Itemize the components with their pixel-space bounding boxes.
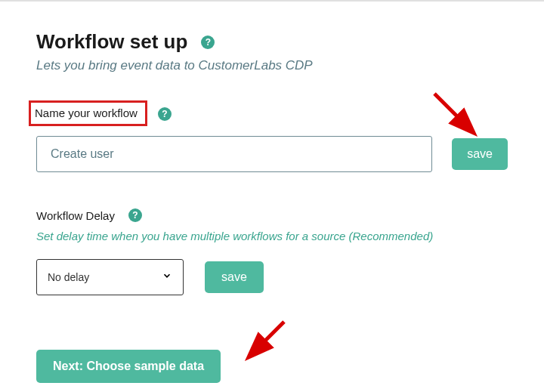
save-delay-button[interactable]: save bbox=[205, 261, 264, 293]
delay-select-value: No delay bbox=[48, 271, 89, 283]
help-icon[interactable]: ? bbox=[128, 208, 142, 222]
delay-hint: Set delay time when you have multiple wo… bbox=[36, 230, 508, 242]
help-icon[interactable]: ? bbox=[201, 35, 215, 49]
highlight-annotation: Name your workflow bbox=[29, 100, 147, 126]
workflow-name-input[interactable] bbox=[36, 136, 432, 172]
delay-select[interactable]: No delay bbox=[36, 259, 184, 295]
name-workflow-label: Name your workflow bbox=[35, 106, 138, 119]
page-title: Workflow set up bbox=[36, 30, 187, 54]
workflow-delay-label: Workflow Delay bbox=[36, 209, 115, 222]
next-button[interactable]: Next: Choose sample data bbox=[36, 350, 221, 383]
page-subtitle: Lets you bring event data to CustomerLab… bbox=[36, 58, 508, 73]
save-name-button[interactable]: save bbox=[452, 138, 508, 170]
help-icon[interactable]: ? bbox=[158, 107, 172, 121]
chevron-down-icon bbox=[162, 270, 172, 284]
